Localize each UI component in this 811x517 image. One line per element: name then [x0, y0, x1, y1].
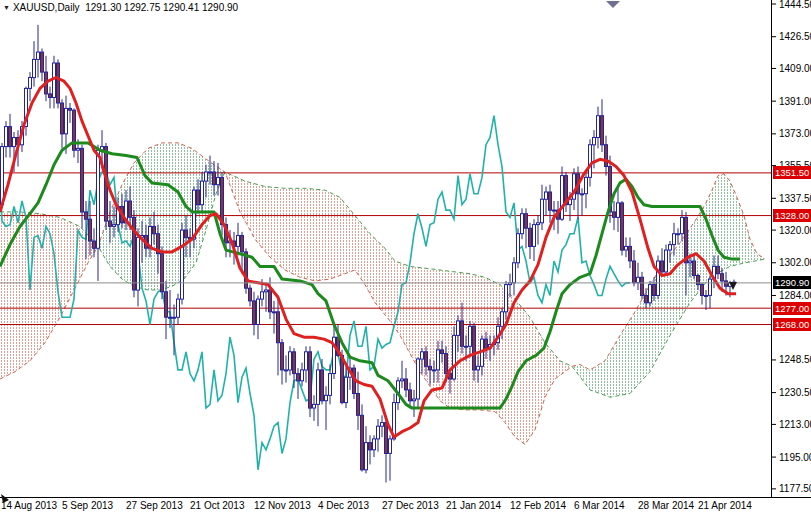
candle	[681, 217, 684, 233]
candle	[161, 254, 164, 292]
candle	[693, 261, 696, 276]
candle	[701, 285, 704, 296]
candle	[641, 277, 644, 295]
candle	[181, 230, 184, 299]
candle	[581, 194, 584, 195]
candle	[477, 366, 480, 370]
price-tick-label: 1426.50	[779, 31, 811, 42]
chart-shift-marker-icon[interactable]	[606, 1, 620, 8]
candle	[309, 352, 312, 408]
price-tick-label: 1195.00	[779, 452, 811, 463]
candle	[193, 190, 196, 239]
candle	[425, 352, 428, 367]
candle	[153, 227, 156, 234]
date-tick-label: 21 Oct 2013	[190, 500, 245, 511]
candle	[461, 321, 464, 346]
candle	[369, 443, 372, 450]
date-tick-label: 12 Nov 2013	[254, 500, 311, 511]
candle	[457, 321, 460, 336]
candle	[429, 366, 432, 370]
date-tick-label: 21 Jan 2014	[446, 500, 501, 511]
current-price-badge: 1290.90	[773, 276, 811, 289]
candle	[537, 223, 540, 225]
candle	[633, 261, 636, 283]
candle	[277, 312, 280, 343]
candle	[585, 177, 588, 193]
price-chart[interactable]: 1444.501426.501409.001391.001373.001355.…	[0, 0, 811, 517]
trading-chart-window: ▼XAUUSD,Daily 1291.30 1292.75 1290.41 12…	[0, 0, 811, 517]
candle	[533, 225, 536, 247]
price-tick-label: 1230.50	[779, 387, 811, 398]
candle	[441, 350, 444, 354]
candle	[657, 261, 660, 296]
date-tick-label: 6 Mar 2014	[574, 500, 625, 511]
date-tick-label: 4 Dec 2013	[318, 500, 370, 511]
candle	[629, 246, 632, 261]
candle	[197, 190, 200, 205]
candle	[169, 317, 172, 318]
candle	[317, 370, 320, 405]
date-tick-label: 21 Apr 2014	[698, 500, 752, 511]
candle	[81, 148, 84, 212]
candle	[293, 352, 296, 374]
candle	[433, 370, 436, 371]
price-tick-label: 1213.00	[779, 419, 811, 430]
candle	[89, 219, 92, 241]
candle	[253, 301, 256, 325]
candle	[57, 63, 60, 103]
candle	[637, 277, 640, 282]
price-tick-label: 1320.00	[779, 225, 811, 236]
price-tick-label: 1373.00	[779, 128, 811, 139]
price-tick-label: 1391.00	[779, 96, 811, 107]
candle	[389, 439, 392, 454]
candle	[385, 423, 388, 454]
level-price-badge: 1268.00	[773, 318, 811, 331]
candle	[65, 108, 68, 133]
date-tick-label: 12 Feb 2014	[510, 500, 567, 511]
candle	[37, 52, 40, 59]
candle	[257, 299, 260, 324]
candle	[289, 352, 292, 370]
candle	[281, 343, 284, 370]
candle	[249, 288, 252, 301]
price-tick-label: 1302.00	[779, 257, 811, 268]
candle	[33, 59, 36, 77]
chart-ohlc-readout: 1291.30 1292.75 1290.41 1290.90	[85, 2, 238, 13]
level-price-badge: 1328.00	[773, 209, 811, 222]
symbol-dropdown-icon[interactable]: ▼	[3, 4, 10, 11]
candle	[77, 148, 80, 150]
candle	[305, 352, 308, 370]
candle	[469, 326, 472, 346]
date-tick-label: 27 Sep 2013	[126, 500, 183, 511]
candle	[5, 127, 8, 147]
candle	[329, 374, 332, 396]
candle	[321, 370, 324, 401]
candle	[109, 221, 112, 226]
candle	[417, 359, 420, 399]
candle	[41, 52, 44, 72]
candle	[725, 281, 728, 286]
candle	[677, 234, 680, 235]
candle	[437, 350, 440, 370]
candle	[129, 201, 132, 217]
chart-title: ▼XAUUSD,Daily 1291.30 1292.75 1290.41 12…	[3, 2, 238, 13]
candle	[613, 212, 616, 217]
candle	[513, 263, 516, 283]
candle	[1, 147, 4, 205]
candle	[553, 210, 556, 211]
candle	[269, 290, 272, 312]
price-tick-label: 1177.50	[779, 483, 811, 494]
candle	[541, 199, 544, 223]
date-tick-label: 28 Mar 2014	[638, 500, 695, 511]
candle	[273, 312, 276, 313]
price-tick-label: 1409.00	[779, 63, 811, 74]
price-tick-label: 1444.50	[779, 0, 811, 10]
candle	[649, 285, 652, 303]
candle	[341, 355, 344, 402]
candle	[213, 172, 216, 185]
candle	[345, 377, 348, 402]
candle	[525, 214, 528, 229]
date-tick-label: 5 Sep 2013	[62, 500, 114, 511]
candle	[685, 217, 688, 262]
candle	[357, 394, 360, 416]
